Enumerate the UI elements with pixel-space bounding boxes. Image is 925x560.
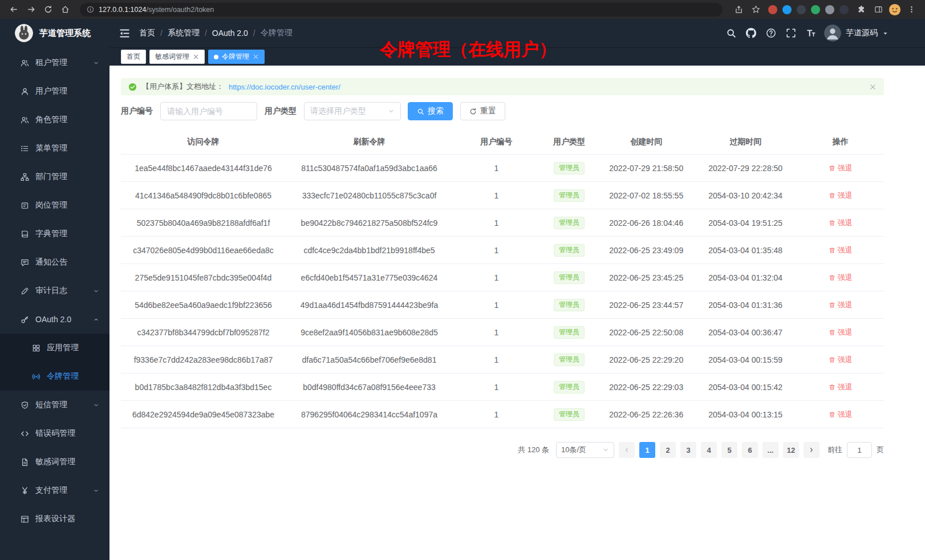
sidebar-item[interactable]: 岗位管理: [0, 191, 109, 220]
breadcrumb-item[interactable]: 系统管理: [168, 28, 200, 38]
extension-icon[interactable]: [782, 5, 792, 14]
user-type-tag: 管理员: [554, 326, 585, 339]
forward-icon[interactable]: [24, 3, 38, 17]
reset-button[interactable]: 重置: [460, 102, 505, 120]
refresh-icon: [469, 108, 477, 115]
user-id-cell: 1: [453, 383, 540, 392]
extensions-puzzle-icon[interactable]: [854, 3, 868, 17]
force-logout-button[interactable]: 强退: [829, 355, 853, 365]
github-icon[interactable]: [746, 28, 756, 38]
sidebar-item[interactable]: 字典管理: [0, 220, 109, 248]
view-tab[interactable]: 敏感词管理: [149, 50, 205, 64]
split-view-icon[interactable]: [871, 3, 885, 17]
search-icon[interactable]: [726, 28, 736, 38]
extension-icon[interactable]: [797, 5, 806, 14]
force-logout-button[interactable]: 强退: [829, 382, 853, 392]
sidebar-item-label: 通知公告: [35, 257, 99, 267]
page-number-button[interactable]: 3: [680, 442, 696, 458]
view-tab[interactable]: 首页: [121, 50, 146, 64]
alert-close-icon[interactable]: [869, 83, 877, 91]
force-logout-button[interactable]: 强退: [829, 300, 853, 310]
extension-icon[interactable]: [839, 5, 849, 14]
access-token-cell: b0d1785bc3a8482f812db4a3f3bd15ec: [121, 383, 286, 392]
goto-suffix: 页: [877, 445, 884, 455]
page-number-button[interactable]: 1: [639, 442, 655, 458]
site-info-icon[interactable]: [87, 6, 94, 13]
breadcrumb-item[interactable]: 首页: [139, 28, 155, 38]
page-size-select[interactable]: 10条/页: [556, 442, 614, 458]
font-size-icon[interactable]: [806, 28, 816, 38]
force-logout-button[interactable]: 强退: [829, 273, 853, 283]
bookmark-star-icon[interactable]: [749, 3, 762, 17]
search-button[interactable]: 搜索: [408, 102, 453, 120]
create-time-cell: 2022-06-25 23:45:25: [599, 273, 694, 282]
prev-page-button[interactable]: [619, 442, 635, 458]
sidebar-item[interactable]: 角色管理: [0, 105, 109, 134]
page-number-button[interactable]: 2: [660, 442, 676, 458]
force-logout-label: 强退: [838, 218, 853, 228]
sidebar-item-label: 租户管理: [35, 58, 87, 68]
sidebar-item[interactable]: 敏感词管理: [0, 448, 109, 476]
force-logout-button[interactable]: 强退: [829, 190, 853, 201]
force-logout-button[interactable]: 强退: [829, 327, 853, 338]
user-id-input[interactable]: [160, 102, 257, 120]
user-type-cell: 管理员: [540, 162, 599, 175]
question-icon[interactable]: [766, 28, 776, 38]
browser-profile-avatar[interactable]: [889, 3, 901, 16]
force-logout-button[interactable]: 强退: [829, 245, 853, 255]
sidebar-item[interactable]: 通知公告: [0, 248, 109, 277]
sidebar-item[interactable]: 短信管理: [0, 391, 109, 419]
back-icon[interactable]: [7, 3, 21, 17]
close-icon[interactable]: [193, 54, 199, 60]
sidebar-subitem[interactable]: 令牌管理: [0, 362, 109, 391]
access-token-cell: 502375b8040a469a9b82188afdf6af1f: [121, 218, 286, 228]
page-number-button[interactable]: 12: [783, 442, 799, 458]
alert-link[interactable]: https://doc.iocoder.cn/user-center/: [229, 83, 340, 91]
address-bar[interactable]: 127.0.0.1:1024/system/oauth2/token: [80, 3, 723, 17]
force-logout-button[interactable]: 强退: [829, 218, 853, 228]
user-menu[interactable]: 芋道源码: [824, 25, 889, 42]
browser-menu-icon[interactable]: [904, 3, 918, 17]
page-number-button[interactable]: 6: [742, 442, 758, 458]
close-icon[interactable]: [253, 54, 259, 60]
sidebar-item[interactable]: 错误码管理: [0, 419, 109, 448]
more-pages-button[interactable]: ...: [762, 442, 778, 458]
page-number-button[interactable]: 5: [721, 442, 737, 458]
force-logout-button[interactable]: 强退: [829, 163, 853, 173]
extension-icon[interactable]: [768, 5, 777, 14]
column-header: 操作: [797, 137, 884, 147]
user-icon: [21, 87, 29, 96]
sidebar-item[interactable]: 租户管理: [0, 48, 109, 77]
expire-time-cell: 2054-03-04 00:15:42: [694, 383, 797, 392]
user-type-select[interactable]: 请选择用户类型: [304, 102, 401, 120]
user-id-cell: 1: [453, 218, 540, 228]
topbar: 首页/系统管理/OAuth 2.0/令牌管理 芋道源码: [109, 19, 925, 47]
action-cell: 强退: [797, 245, 884, 255]
page-number-button[interactable]: 4: [701, 442, 717, 458]
user-type-cell: 管理员: [540, 354, 599, 366]
reload-icon[interactable]: [41, 3, 55, 17]
extension-icon[interactable]: [811, 5, 820, 14]
goto-page-input[interactable]: [847, 442, 872, 458]
sidebar-subitem[interactable]: 应用管理: [0, 334, 109, 362]
sidebar-item[interactable]: 菜单管理: [0, 134, 109, 163]
share-icon[interactable]: [732, 3, 745, 17]
sidebar-item[interactable]: 部门管理: [0, 163, 109, 191]
force-logout-button[interactable]: 强退: [829, 409, 853, 420]
sidebar-item[interactable]: 报表设计器: [0, 505, 109, 533]
next-page-button[interactable]: [804, 442, 819, 458]
sidebar-item[interactable]: 用户管理: [0, 77, 109, 105]
sidebar-item[interactable]: 审计日志: [0, 277, 109, 305]
view-tab[interactable]: 令牌管理: [208, 50, 265, 64]
sidebar-item[interactable]: OAuth 2.0: [0, 305, 109, 334]
collapse-menu-icon[interactable]: [119, 27, 131, 39]
home-icon[interactable]: [58, 3, 72, 17]
chevron-left-icon: [623, 447, 630, 453]
fullscreen-icon[interactable]: [786, 28, 796, 38]
active-tab-dot: [214, 55, 218, 59]
breadcrumb-item[interactable]: OAuth 2.0: [212, 29, 248, 38]
sidebar-item[interactable]: 支付管理: [0, 476, 109, 505]
table-row: f9336e7c7dd242a283ee98dc86b17a87dfa6c71a…: [121, 346, 884, 374]
extension-icon[interactable]: [825, 5, 834, 14]
column-header: 创建时间: [599, 137, 694, 147]
